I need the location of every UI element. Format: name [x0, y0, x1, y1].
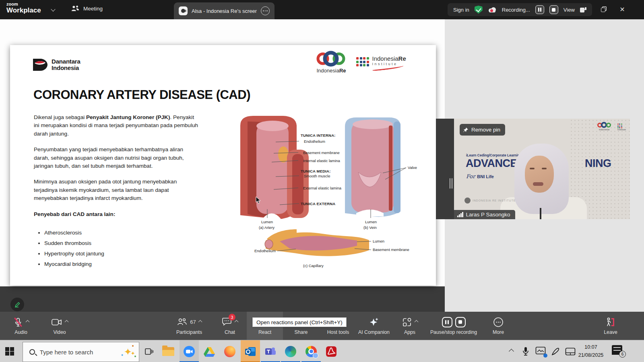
- more-button[interactable]: More: [480, 312, 516, 340]
- zoom-app-icon: [183, 346, 195, 358]
- apps-options-chevron-icon[interactable]: [415, 320, 419, 324]
- task-view-icon: [144, 347, 154, 356]
- file-explorer-icon: [162, 347, 174, 356]
- participants-options-chevron-icon[interactable]: [198, 320, 202, 324]
- taskbar-teams[interactable]: [261, 340, 280, 362]
- tray-microphone[interactable]: [518, 340, 533, 362]
- taskbar-file-explorer[interactable]: [159, 340, 178, 362]
- list-item: Myocardial bridging: [44, 260, 200, 268]
- taskbar-firefox[interactable]: [220, 340, 239, 362]
- participants-button[interactable]: 67 Participants: [167, 312, 211, 340]
- apps-label: Apps: [404, 329, 415, 335]
- blood-vessel-diagram: TUNICA INTERNA: Endothelium Basement mem…: [235, 113, 428, 276]
- taskbar-zoom-app[interactable]: [180, 340, 199, 362]
- pause-recording-icon[interactable]: [442, 317, 452, 327]
- minimize-button[interactable]: [574, 0, 593, 19]
- taskbar-acrobat[interactable]: [322, 340, 341, 362]
- notification-center-button[interactable]: 6: [612, 345, 622, 355]
- leave-icon: [605, 317, 616, 327]
- stop-recording-button[interactable]: [549, 5, 558, 14]
- apps-button[interactable]: Apps: [392, 312, 428, 340]
- institute-dot-grid-icon: [356, 57, 369, 70]
- mini-institute-icon: [617, 123, 626, 128]
- start-button[interactable]: [0, 340, 19, 362]
- person-mouth: [533, 182, 543, 186]
- restore-button[interactable]: [593, 0, 613, 19]
- divider-drag-handle[interactable]: [450, 178, 452, 189]
- windows-logo-icon: [5, 347, 14, 356]
- audio-options-chevron-icon[interactable]: [26, 320, 30, 324]
- causes-heading: Penyebab dari CAD antara lain:: [34, 210, 200, 218]
- mini-indonesiare-label: Indonesia: [597, 128, 611, 131]
- chat-options-chevron-icon[interactable]: [235, 320, 239, 324]
- paragraph-2: Penyumbatan yang terjadi menyebabkan ter…: [34, 146, 200, 170]
- tray-clock[interactable]: 10:07 21/08/2025: [575, 343, 607, 359]
- tray-mic-icon: [522, 347, 529, 356]
- label-internal-elastic-lamina: Internal elastic lamina: [303, 158, 340, 163]
- pause-stop-recording-button[interactable]: Pause/stop recording: [427, 312, 480, 340]
- tray-pen[interactable]: [548, 340, 563, 362]
- taskbar-outlook[interactable]: [241, 340, 260, 362]
- copilot-sparkle-icon[interactable]: ✦✦✦: [120, 346, 136, 358]
- annotate-button[interactable]: [10, 298, 24, 311]
- stop-recording-icon[interactable]: [455, 317, 466, 327]
- sign-in-button[interactable]: Sign in: [453, 7, 469, 13]
- titlebar-controls: Sign in Recording... View: [448, 3, 592, 16]
- ai-companion-button[interactable]: AI Companion: [352, 312, 396, 340]
- search-icon: [29, 349, 35, 355]
- video-panel-divider: [436, 119, 454, 219]
- audio-button[interactable]: Audio: [3, 312, 39, 340]
- pinned-video-tile[interactable]: Indonesia Institute iLearn Ceding/Corpor…: [454, 119, 630, 219]
- danantara-logo-icon: [32, 58, 48, 72]
- list-item: Atherosclerosis: [44, 229, 200, 237]
- tab-meeting[interactable]: Meeting: [71, 5, 103, 12]
- participant-name-tag: Laras P Sasongko: [454, 210, 515, 219]
- chevron-down-icon[interactable]: [51, 7, 55, 11]
- recording-cloud-icon: [488, 7, 497, 12]
- tray-screenshot-icon: [535, 346, 546, 357]
- pause-recording-button[interactable]: [535, 5, 544, 14]
- view-button-label[interactable]: View: [564, 7, 575, 13]
- remove-pin-button[interactable]: Remove pin: [460, 124, 505, 136]
- security-shield-icon[interactable]: [475, 6, 483, 14]
- participant-name: Laras P Sasongko: [466, 212, 510, 218]
- edge-icon: [285, 346, 296, 357]
- windows-taskbar: ✦✦✦: [0, 340, 644, 362]
- tray-pen-icon: [551, 347, 560, 356]
- tab-shared-screen[interactable]: Alsa - Indonesia Re's screen: [174, 2, 275, 19]
- leave-button[interactable]: Leave: [592, 312, 629, 340]
- close-button[interactable]: ✕: [613, 0, 632, 19]
- chat-label: Chat: [225, 329, 235, 335]
- more-label: More: [493, 329, 504, 335]
- tab-options-icon[interactable]: [261, 6, 270, 15]
- cad-causes-list: Atherosclerosis Sudden thrombosis Hypert…: [34, 229, 200, 268]
- mini-indonesiare-icon: [597, 122, 611, 128]
- window-titlebar: zoom Workplace Meeting Alsa - Indonesia …: [0, 0, 644, 19]
- taskbar-search[interactable]: ✦✦✦: [23, 342, 139, 362]
- zoom-workplace-logo: zoom Workplace: [6, 2, 41, 14]
- caption-artery: (a) Artery: [259, 225, 275, 230]
- presentation-slide: Danantara Indonesia IndonesiaRe Indonesi…: [10, 45, 436, 286]
- tray-screenshot[interactable]: [533, 340, 548, 362]
- taskbar-chrome[interactable]: [301, 340, 321, 362]
- tray-expand-button[interactable]: [504, 340, 518, 362]
- mic-muted-icon: [13, 317, 23, 327]
- caption-vein: (b) Vein: [363, 225, 377, 230]
- person-eye-left: [530, 168, 535, 169]
- for-word: For: [466, 173, 475, 179]
- task-view-button[interactable]: [140, 340, 158, 362]
- video-options-chevron-icon[interactable]: [65, 320, 69, 324]
- people-icon: [71, 5, 80, 12]
- video-button[interactable]: Video: [41, 312, 78, 340]
- label-vein-lumen: Lumen: [365, 220, 377, 224]
- taskbar-edge[interactable]: [281, 340, 300, 362]
- google-drive-icon: [204, 346, 215, 357]
- presentation-bottom-band: [0, 286, 445, 312]
- search-input[interactable]: [40, 349, 120, 356]
- more-ellipsis-icon: [493, 317, 504, 327]
- person-eye-right: [542, 168, 547, 169]
- taskbar-google-drive[interactable]: [200, 340, 219, 362]
- chat-button[interactable]: 3 Chat: [212, 312, 248, 340]
- logo-zoom-text: zoom: [6, 2, 41, 7]
- leave-label: Leave: [604, 329, 617, 335]
